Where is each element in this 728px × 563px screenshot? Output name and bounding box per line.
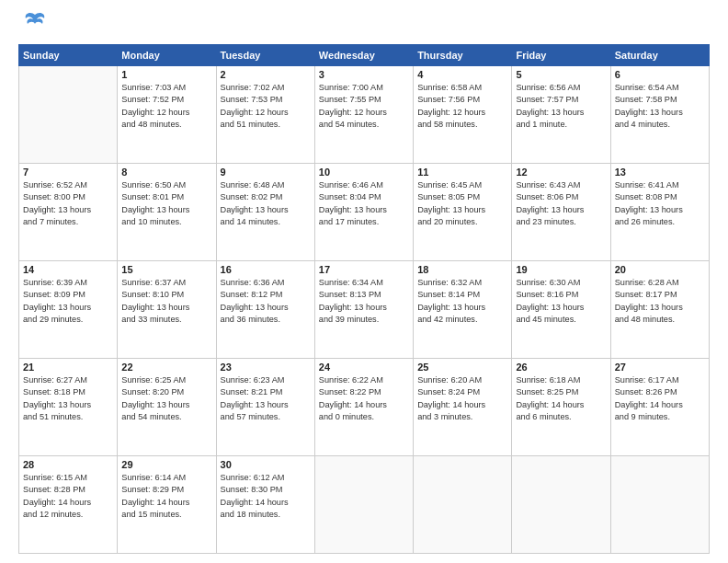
day-number: 16	[221, 264, 311, 275]
calendar-header-row: SundayMondayTuesdayWednesdayThursdayFrid…	[19, 45, 710, 66]
day-info: Sunrise: 6:45 AM Sunset: 8:05 PM Dayligh…	[417, 179, 507, 228]
calendar-header-wednesday: Wednesday	[314, 45, 413, 66]
calendar-day-cell: 30Sunrise: 6:12 AM Sunset: 8:30 PM Dayli…	[216, 456, 314, 554]
calendar-day-cell: 13Sunrise: 6:41 AM Sunset: 8:08 PM Dayli…	[610, 164, 709, 261]
day-number: 22	[121, 362, 211, 373]
calendar-day-cell: 29Sunrise: 6:14 AM Sunset: 8:29 PM Dayli…	[118, 456, 216, 554]
calendar-day-cell: 18Sunrise: 6:32 AM Sunset: 8:14 PM Dayli…	[414, 261, 512, 359]
calendar-header-tuesday: Tuesday	[216, 45, 314, 66]
calendar-day-cell: 25Sunrise: 6:20 AM Sunset: 8:24 PM Dayli…	[414, 359, 512, 456]
day-info: Sunrise: 6:17 AM Sunset: 8:26 PM Dayligh…	[615, 374, 705, 423]
calendar-week-row: 14Sunrise: 6:39 AM Sunset: 8:09 PM Dayli…	[19, 261, 710, 359]
calendar-header-thursday: Thursday	[414, 45, 512, 66]
calendar-day-cell: 12Sunrise: 6:43 AM Sunset: 8:06 PM Dayli…	[512, 164, 610, 261]
day-number: 10	[319, 167, 409, 178]
day-number: 11	[417, 167, 507, 178]
day-number: 19	[516, 264, 606, 275]
calendar-day-cell: 9Sunrise: 6:48 AM Sunset: 8:02 PM Daylig…	[216, 164, 314, 261]
day-info: Sunrise: 6:46 AM Sunset: 8:04 PM Dayligh…	[319, 179, 409, 228]
header	[18, 17, 710, 35]
day-info: Sunrise: 6:25 AM Sunset: 8:20 PM Dayligh…	[121, 374, 211, 423]
calendar-day-cell: 24Sunrise: 6:22 AM Sunset: 8:22 PM Dayli…	[314, 359, 413, 456]
calendar-day-cell: 15Sunrise: 6:37 AM Sunset: 8:10 PM Dayli…	[118, 261, 216, 359]
calendar-day-cell: 11Sunrise: 6:45 AM Sunset: 8:05 PM Dayli…	[414, 164, 512, 261]
day-info: Sunrise: 6:52 AM Sunset: 8:00 PM Dayligh…	[23, 179, 113, 228]
day-info: Sunrise: 6:54 AM Sunset: 7:58 PM Dayligh…	[615, 82, 705, 131]
day-info: Sunrise: 6:58 AM Sunset: 7:56 PM Dayligh…	[417, 82, 507, 131]
calendar-header-monday: Monday	[118, 45, 216, 66]
calendar-day-cell: 10Sunrise: 6:46 AM Sunset: 8:04 PM Dayli…	[314, 164, 413, 261]
day-info: Sunrise: 6:20 AM Sunset: 8:24 PM Dayligh…	[417, 374, 507, 423]
day-number: 8	[121, 167, 211, 178]
day-number: 24	[319, 362, 409, 373]
calendar-day-cell: 7Sunrise: 6:52 AM Sunset: 8:00 PM Daylig…	[19, 164, 118, 261]
calendar-table: SundayMondayTuesdayWednesdayThursdayFrid…	[18, 44, 710, 554]
day-number: 29	[121, 459, 211, 470]
calendar-day-cell	[610, 456, 709, 554]
day-number: 25	[417, 362, 507, 373]
day-number: 9	[221, 167, 311, 178]
calendar-day-cell	[512, 456, 610, 554]
calendar-day-cell: 22Sunrise: 6:25 AM Sunset: 8:20 PM Dayli…	[118, 359, 216, 456]
day-info: Sunrise: 6:41 AM Sunset: 8:08 PM Dayligh…	[615, 179, 705, 228]
day-info: Sunrise: 6:43 AM Sunset: 8:06 PM Dayligh…	[516, 179, 606, 228]
calendar-day-cell	[414, 456, 512, 554]
day-info: Sunrise: 6:12 AM Sunset: 8:30 PM Dayligh…	[221, 472, 311, 521]
calendar-day-cell: 4Sunrise: 6:58 AM Sunset: 7:56 PM Daylig…	[414, 66, 512, 164]
calendar-day-cell: 6Sunrise: 6:54 AM Sunset: 7:58 PM Daylig…	[610, 66, 709, 164]
day-number: 20	[615, 264, 705, 275]
day-info: Sunrise: 6:28 AM Sunset: 8:17 PM Dayligh…	[615, 277, 705, 326]
logo-bird-icon	[22, 9, 48, 35]
calendar-day-cell: 23Sunrise: 6:23 AM Sunset: 8:21 PM Dayli…	[216, 359, 314, 456]
day-info: Sunrise: 6:32 AM Sunset: 8:14 PM Dayligh…	[417, 277, 507, 326]
day-info: Sunrise: 6:18 AM Sunset: 8:25 PM Dayligh…	[516, 374, 606, 423]
day-number: 17	[319, 264, 409, 275]
day-number: 26	[516, 362, 606, 373]
day-number: 21	[23, 362, 113, 373]
day-number: 4	[417, 69, 507, 80]
day-info: Sunrise: 6:22 AM Sunset: 8:22 PM Dayligh…	[319, 374, 409, 423]
calendar-day-cell: 8Sunrise: 6:50 AM Sunset: 8:01 PM Daylig…	[118, 164, 216, 261]
calendar-day-cell: 28Sunrise: 6:15 AM Sunset: 8:28 PM Dayli…	[19, 456, 118, 554]
day-number: 23	[221, 362, 311, 373]
day-number: 5	[516, 69, 606, 80]
day-number: 12	[516, 167, 606, 178]
day-number: 13	[615, 167, 705, 178]
day-number: 2	[221, 69, 311, 80]
page: SundayMondayTuesdayWednesdayThursdayFrid…	[0, 0, 728, 563]
calendar-day-cell: 17Sunrise: 6:34 AM Sunset: 8:13 PM Dayli…	[314, 261, 413, 359]
day-number: 18	[417, 264, 507, 275]
day-info: Sunrise: 6:30 AM Sunset: 8:16 PM Dayligh…	[516, 277, 606, 326]
calendar-header-saturday: Saturday	[610, 45, 709, 66]
calendar-header-sunday: Sunday	[19, 45, 118, 66]
day-info: Sunrise: 7:03 AM Sunset: 7:52 PM Dayligh…	[121, 82, 211, 131]
calendar-week-row: 1Sunrise: 7:03 AM Sunset: 7:52 PM Daylig…	[19, 66, 710, 164]
day-info: Sunrise: 6:36 AM Sunset: 8:12 PM Dayligh…	[221, 277, 311, 326]
day-number: 14	[23, 264, 113, 275]
day-info: Sunrise: 7:02 AM Sunset: 7:53 PM Dayligh…	[221, 82, 311, 131]
calendar-week-row: 28Sunrise: 6:15 AM Sunset: 8:28 PM Dayli…	[19, 456, 710, 554]
day-number: 27	[615, 362, 705, 373]
day-number: 7	[23, 167, 113, 178]
day-info: Sunrise: 6:27 AM Sunset: 8:18 PM Dayligh…	[23, 374, 113, 423]
day-number: 28	[23, 459, 113, 470]
calendar-day-cell: 3Sunrise: 7:00 AM Sunset: 7:55 PM Daylig…	[314, 66, 413, 164]
day-number: 1	[121, 69, 211, 80]
calendar-week-row: 7Sunrise: 6:52 AM Sunset: 8:00 PM Daylig…	[19, 164, 710, 261]
calendar-week-row: 21Sunrise: 6:27 AM Sunset: 8:18 PM Dayli…	[19, 359, 710, 456]
calendar-day-cell	[19, 66, 118, 164]
day-info: Sunrise: 6:37 AM Sunset: 8:10 PM Dayligh…	[121, 277, 211, 326]
day-info: Sunrise: 6:34 AM Sunset: 8:13 PM Dayligh…	[319, 277, 409, 326]
calendar-header-friday: Friday	[512, 45, 610, 66]
calendar-day-cell: 5Sunrise: 6:56 AM Sunset: 7:57 PM Daylig…	[512, 66, 610, 164]
calendar-day-cell	[314, 456, 413, 554]
calendar-day-cell: 26Sunrise: 6:18 AM Sunset: 8:25 PM Dayli…	[512, 359, 610, 456]
day-info: Sunrise: 6:48 AM Sunset: 8:02 PM Dayligh…	[221, 179, 311, 228]
calendar-day-cell: 27Sunrise: 6:17 AM Sunset: 8:26 PM Dayli…	[610, 359, 709, 456]
day-number: 3	[319, 69, 409, 80]
day-info: Sunrise: 6:50 AM Sunset: 8:01 PM Dayligh…	[121, 179, 211, 228]
day-number: 6	[615, 69, 705, 80]
calendar-day-cell: 1Sunrise: 7:03 AM Sunset: 7:52 PM Daylig…	[118, 66, 216, 164]
calendar-day-cell: 20Sunrise: 6:28 AM Sunset: 8:17 PM Dayli…	[610, 261, 709, 359]
day-number: 30	[221, 459, 311, 470]
